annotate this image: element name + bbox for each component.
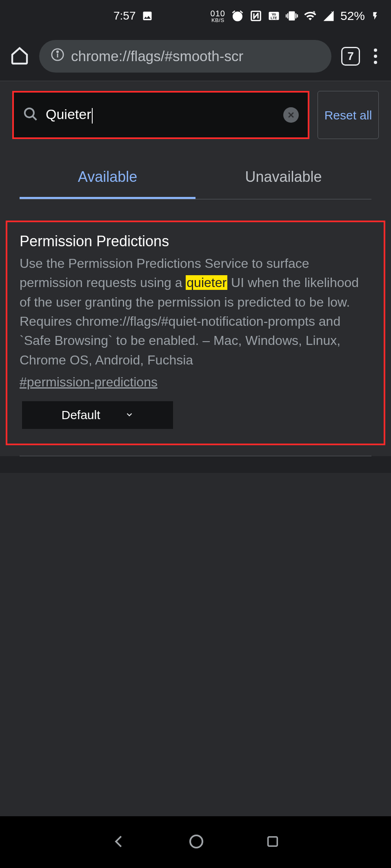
svg-point-13 bbox=[190, 835, 202, 848]
svg-text:x: x bbox=[331, 10, 334, 15]
back-button[interactable] bbox=[111, 834, 127, 851]
tabs-count: 7 bbox=[347, 50, 354, 63]
svg-point-8 bbox=[57, 51, 58, 52]
tabs: Available Unavailable bbox=[20, 157, 371, 199]
reset-all-button[interactable]: Reset all bbox=[318, 91, 379, 139]
status-time: 7:57 bbox=[113, 9, 136, 22]
divider bbox=[20, 456, 371, 456]
charging-icon bbox=[371, 9, 380, 22]
nfc-icon bbox=[250, 10, 262, 22]
browser-toolbar: chrome://flags/#smooth-scr 7 bbox=[0, 32, 391, 81]
battery-percent: 52% bbox=[340, 9, 365, 23]
volte-icon: VoLTE bbox=[268, 10, 280, 22]
url-text: chrome://flags/#smooth-scr bbox=[71, 48, 243, 64]
search-flags-input[interactable]: Quieter bbox=[12, 91, 309, 139]
svg-line-10 bbox=[33, 116, 37, 120]
status-bar: 7:57 010 KB/S VoLTE x 52% bbox=[0, 0, 391, 32]
search-icon bbox=[23, 106, 38, 124]
network-speed-icon: 010 KB/S bbox=[211, 9, 225, 23]
svg-point-4 bbox=[313, 11, 315, 13]
tabs-button[interactable]: 7 bbox=[341, 47, 360, 66]
flag-state-select[interactable]: Default bbox=[22, 401, 173, 429]
flag-permission-predictions: Permission Predictions Use the Permissio… bbox=[6, 221, 385, 445]
signal-icon: x bbox=[322, 10, 335, 22]
android-nav-bar bbox=[0, 816, 391, 868]
flag-select-value: Default bbox=[61, 408, 100, 422]
svg-rect-14 bbox=[268, 837, 278, 846]
flag-description: Use the Permission Predictions Service t… bbox=[20, 254, 371, 370]
svg-text:LTE: LTE bbox=[271, 16, 277, 20]
alarm-icon bbox=[231, 9, 244, 22]
recents-button[interactable] bbox=[266, 835, 280, 850]
clear-search-button[interactable] bbox=[283, 107, 299, 123]
home-button[interactable] bbox=[188, 833, 204, 851]
reset-all-label: Reset all bbox=[324, 107, 372, 123]
flag-anchor-link[interactable]: #permission-predictions bbox=[20, 375, 158, 390]
flags-page: Quieter Reset all Available Unavailable … bbox=[0, 81, 391, 456]
wifi-icon bbox=[304, 9, 317, 22]
search-highlight: quieter bbox=[186, 275, 227, 290]
search-value: Quieter bbox=[46, 106, 276, 123]
vibrate-icon bbox=[286, 10, 298, 22]
tab-unavailable[interactable]: Unavailable bbox=[196, 157, 371, 199]
picture-icon bbox=[142, 10, 153, 22]
svg-point-9 bbox=[25, 108, 34, 117]
tab-available[interactable]: Available bbox=[20, 157, 196, 199]
url-bar[interactable]: chrome://flags/#smooth-scr bbox=[39, 40, 331, 73]
flag-title: Permission Predictions bbox=[20, 233, 371, 250]
chevron-down-icon bbox=[125, 408, 134, 422]
home-icon[interactable] bbox=[10, 46, 29, 67]
info-icon bbox=[51, 48, 64, 65]
menu-button[interactable] bbox=[370, 49, 381, 64]
